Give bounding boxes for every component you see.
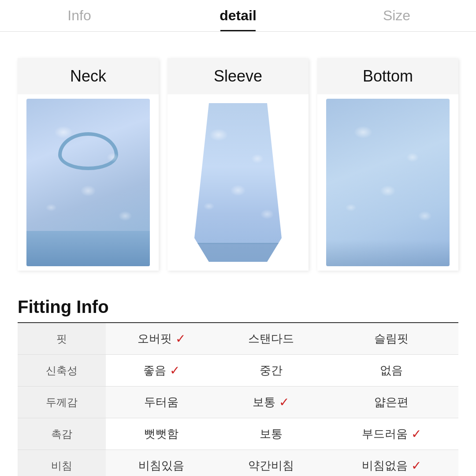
row-col1: 오버핏✓ <box>106 323 217 355</box>
row-category: 신축성 <box>18 355 106 387</box>
row-col3: 없음 <box>324 355 458 387</box>
tab-detail-label: detail <box>219 7 257 23</box>
bottom-card-image <box>317 94 458 271</box>
row-col3: 부드러움✓ <box>324 418 458 450</box>
bottom-card: Bottom <box>317 58 458 271</box>
row-category: 비침 <box>18 450 106 476</box>
row-col1: 좋음✓ <box>106 355 217 387</box>
neck-card-header: Neck <box>18 58 159 94</box>
sleeve-image-graphic <box>190 103 286 262</box>
sleeve-card-header: Sleeve <box>167 58 309 94</box>
row-category: 두께감 <box>18 387 106 418</box>
sleeve-card-image <box>167 94 309 271</box>
fitting-table: 핏오버핏✓스탠다드슬림핏신축성좋음✓중간없음두께감두터움보통✓얇은편촉감뻣뻣함보… <box>18 322 458 476</box>
row-col2: 중간 <box>217 355 324 387</box>
row-col2: 보통 <box>217 418 324 450</box>
row-col2: 약간비침 <box>217 450 324 476</box>
table-row: 비침비침있음약간비침비침없음✓ <box>18 450 458 476</box>
neck-image-graphic <box>26 99 150 266</box>
detail-section: Neck Sleeve Bottom <box>0 32 476 288</box>
row-col2: 스탠다드 <box>217 323 324 355</box>
table-row: 촉감뻣뻣함보통부드러움✓ <box>18 418 458 450</box>
fitting-section: Fitting Info 핏오버핏✓스탠다드슬림핏신축성좋음✓중간없음두께감두터… <box>0 288 476 476</box>
fitting-title: Fitting Info <box>18 297 458 317</box>
row-col3: 얇은편 <box>324 387 458 418</box>
sleeve-card: Sleeve <box>167 58 309 271</box>
row-col3: 비침없음✓ <box>324 450 458 476</box>
row-col1: 뻣뻣함 <box>106 418 217 450</box>
row-col3: 슬림핏 <box>324 323 458 355</box>
row-category: 핏 <box>18 323 106 355</box>
row-col1: 두터움 <box>106 387 217 418</box>
row-category: 촉감 <box>18 418 106 450</box>
table-row: 두께감두터움보통✓얇은편 <box>18 387 458 418</box>
tab-detail[interactable]: detail <box>159 0 317 31</box>
neck-card-image <box>18 94 159 271</box>
table-row: 핏오버핏✓스탠다드슬림핏 <box>18 323 458 355</box>
tab-size[interactable]: Size <box>317 0 476 31</box>
tab-size-label: Size <box>383 7 410 23</box>
bottom-image-graphic <box>326 99 450 266</box>
tab-info-label: Info <box>67 7 91 23</box>
row-col2: 보통✓ <box>217 387 324 418</box>
neck-card: Neck <box>18 58 159 271</box>
tab-bar: Info detail Size <box>0 0 476 32</box>
bottom-card-header: Bottom <box>317 58 458 94</box>
tab-info[interactable]: Info <box>0 0 159 31</box>
row-col1: 비침있음 <box>106 450 217 476</box>
table-row: 신축성좋음✓중간없음 <box>18 355 458 387</box>
